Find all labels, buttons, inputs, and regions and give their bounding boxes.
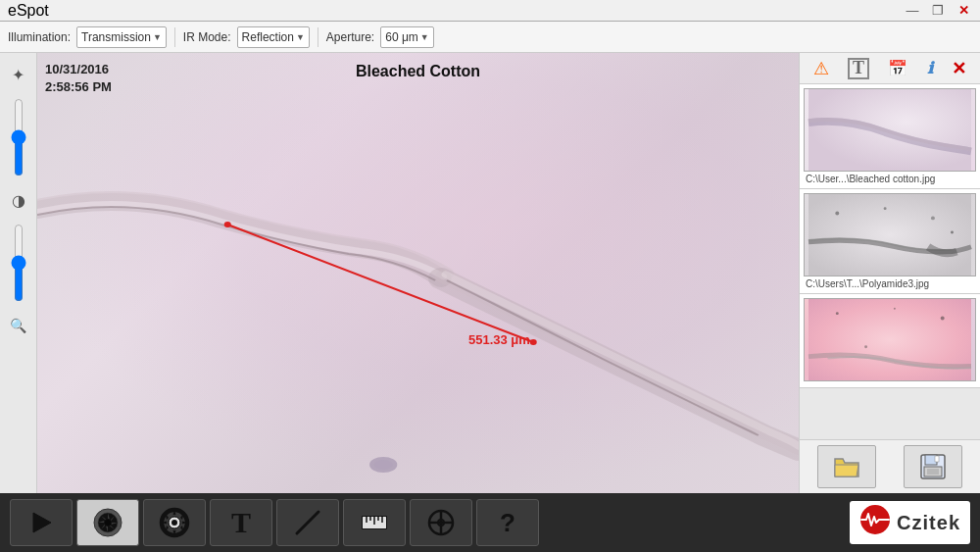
svg-point-8 xyxy=(884,207,887,210)
svg-point-25 xyxy=(105,520,111,526)
svg-point-29 xyxy=(172,520,177,526)
text-button[interactable]: T xyxy=(210,499,272,546)
svg-rect-19 xyxy=(927,469,939,475)
svg-point-15 xyxy=(864,345,867,348)
play-button[interactable] xyxy=(10,499,73,546)
logo-area: Czitek xyxy=(850,501,970,544)
svg-point-26 xyxy=(169,517,180,528)
thumbnail-3[interactable] xyxy=(800,294,980,388)
svg-point-28 xyxy=(169,517,180,528)
thumb-label-1: C:\User...\Bleached cotton.jpg xyxy=(804,172,976,184)
aperture-dropdown[interactable]: 60 μm ▼ xyxy=(380,26,434,48)
zoom-icon[interactable]: 🔍 xyxy=(5,312,32,339)
thumb-label-2: C:\Users\T...\Polyamide3.jpg xyxy=(804,276,976,289)
left-panel: ✦ ◑ 🔍 xyxy=(0,53,37,493)
svg-point-7 xyxy=(835,212,839,216)
calendar-icon[interactable]: 📅 xyxy=(888,59,907,77)
close-window-button[interactable]: ✕ xyxy=(955,3,972,18)
settings-button[interactable] xyxy=(143,499,206,546)
image-title: Bleached Cotton xyxy=(356,63,480,80)
save-button[interactable] xyxy=(904,445,962,488)
contrast-slider-container xyxy=(10,224,27,302)
toolbar: Illumination: Transmission ▼ IR Mode: Re… xyxy=(0,22,980,53)
text-tool-icon[interactable]: T xyxy=(848,58,869,79)
crosshair-button[interactable] xyxy=(410,499,472,546)
svg-point-41 xyxy=(438,520,444,526)
thumb-image-3 xyxy=(804,298,976,381)
image-area: 10/31/2016 2:58:56 PM Bleached Cotton 55… xyxy=(37,53,799,493)
contrast-icon[interactable]: ◑ xyxy=(5,186,32,214)
measurement-label: 551.33 μm xyxy=(468,332,530,347)
svg-point-38 xyxy=(429,511,453,534)
aperture-arrow-icon: ▼ xyxy=(420,32,429,42)
measure-button[interactable] xyxy=(276,499,339,546)
svg-point-9 xyxy=(931,216,935,220)
timestamp: 10/31/2016 2:58:56 PM xyxy=(45,61,112,96)
svg-marker-21 xyxy=(33,513,51,532)
brightness-slider-container xyxy=(10,98,27,176)
contrast-slider[interactable] xyxy=(10,224,27,302)
timestamp-date: 10/31/2016 xyxy=(45,61,112,78)
open-folder-button[interactable] xyxy=(817,445,876,488)
app-title: eSpot xyxy=(8,2,49,20)
right-panel: ⚠ T 📅 ℹ ✕ xyxy=(799,53,980,493)
timestamp-time: 2:58:56 PM xyxy=(45,78,112,96)
thumb-bg-2 xyxy=(805,194,975,276)
aperture-button[interactable] xyxy=(76,499,139,546)
warning-icon[interactable]: ⚠ xyxy=(813,58,829,79)
illumination-label: Illumination: xyxy=(8,30,71,44)
panel-close-icon[interactable]: ✕ xyxy=(952,58,966,79)
help-button[interactable]: ? xyxy=(476,499,539,546)
ir-mode-label: IR Mode: xyxy=(183,30,231,44)
thumbnail-2[interactable]: C:\Users\T...\Polyamide3.jpg xyxy=(800,189,980,294)
thumb-image-1 xyxy=(804,88,976,172)
czitek-logo-icon xyxy=(859,504,891,541)
separator-1 xyxy=(174,27,175,47)
brand-name: Czitek xyxy=(897,512,960,534)
illumination-dropdown[interactable]: Transmission ▼ xyxy=(76,26,167,48)
svg-point-13 xyxy=(894,308,896,310)
svg-point-10 xyxy=(951,231,954,234)
svg-point-12 xyxy=(836,312,839,315)
svg-point-14 xyxy=(941,317,945,321)
svg-point-4 xyxy=(530,339,537,345)
minimize-button[interactable]: — xyxy=(904,3,921,18)
brightness-icon[interactable]: ✦ xyxy=(5,61,32,88)
aperture-label: Aperture: xyxy=(326,30,374,44)
separator-2 xyxy=(318,27,318,47)
bottom-tools-group: T xyxy=(10,499,539,546)
svg-point-1 xyxy=(374,460,393,470)
svg-point-22 xyxy=(94,509,122,536)
scale-button[interactable] xyxy=(343,499,406,546)
titlebar: eSpot — ❐ ✕ xyxy=(0,0,980,22)
right-panel-toolbar: ⚠ T 📅 ℹ ✕ xyxy=(800,53,980,84)
fiber-overlay xyxy=(37,53,799,493)
info-icon[interactable]: ℹ xyxy=(927,59,933,77)
svg-rect-6 xyxy=(808,194,971,276)
main-area: ✦ ◑ 🔍 xyxy=(0,53,980,493)
illumination-value: Transmission xyxy=(81,30,151,44)
svg-rect-32 xyxy=(363,517,386,528)
right-bottom-actions xyxy=(800,439,980,493)
svg-rect-20 xyxy=(935,456,939,462)
aperture-value: 60 μm xyxy=(385,30,418,44)
svg-rect-31 xyxy=(362,516,387,529)
thumbnails-panel: C:\User...\Bleached cotton.jpg xyxy=(800,84,980,439)
ir-mode-dropdown[interactable]: Reflection ▼ xyxy=(237,26,310,48)
ir-mode-value: Reflection xyxy=(242,30,294,44)
svg-line-30 xyxy=(297,512,318,533)
svg-point-24 xyxy=(104,519,112,527)
restore-button[interactable]: ❐ xyxy=(929,3,947,18)
thumb-image-2 xyxy=(804,193,976,276)
thumbnail-1[interactable]: C:\User...\Bleached cotton.jpg xyxy=(800,84,980,189)
window-controls: — ❐ ✕ xyxy=(904,3,972,18)
thumb-label-3 xyxy=(804,381,976,383)
brightness-slider[interactable] xyxy=(10,98,27,176)
ir-mode-arrow-icon: ▼ xyxy=(296,32,305,42)
svg-point-27 xyxy=(162,510,187,535)
svg-point-3 xyxy=(224,222,231,227)
svg-point-23 xyxy=(98,513,118,532)
illumination-arrow-icon: ▼ xyxy=(153,32,162,42)
bottom-toolbar: T xyxy=(0,493,980,552)
thumb-bg-3 xyxy=(805,299,975,380)
